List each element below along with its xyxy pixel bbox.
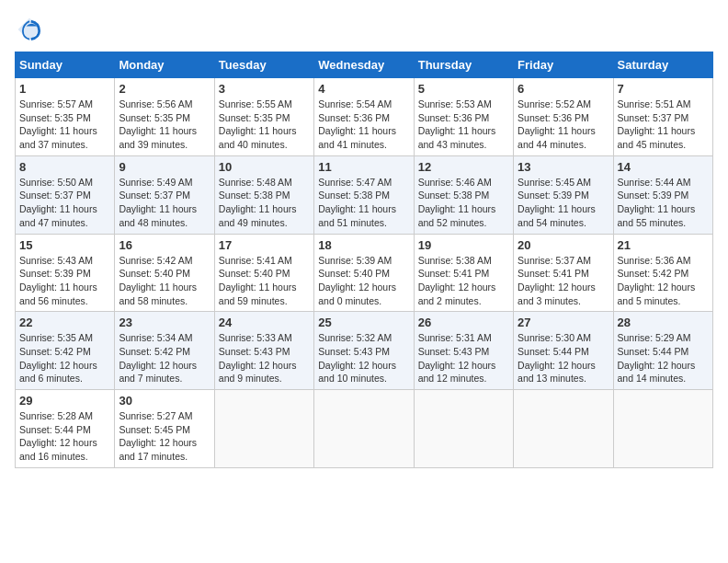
- day-info: Sunrise: 5:52 AM Sunset: 5:36 PM Dayligh…: [518, 98, 609, 152]
- logo-icon: [15, 15, 44, 44]
- calendar-cell: 25 Sunrise: 5:32 AM Sunset: 5:43 PM Dayl…: [314, 312, 414, 390]
- calendar-week-row: 22 Sunrise: 5:35 AM Sunset: 5:42 PM Dayl…: [16, 312, 713, 390]
- day-info: Sunrise: 5:53 AM Sunset: 5:36 PM Dayligh…: [418, 98, 509, 152]
- calendar-cell: [514, 390, 613, 468]
- day-number: 4: [318, 82, 409, 96]
- day-number: 21: [618, 238, 709, 252]
- calendar-cell: 14 Sunrise: 5:44 AM Sunset: 5:39 PM Dayl…: [613, 155, 712, 234]
- day-number: 7: [618, 82, 709, 96]
- calendar-cell: 9 Sunrise: 5:49 AM Sunset: 5:37 PM Dayli…: [115, 155, 214, 234]
- day-info: Sunrise: 5:45 AM Sunset: 5:39 PM Dayligh…: [518, 176, 609, 230]
- calendar-cell: 30 Sunrise: 5:27 AM Sunset: 5:45 PM Dayl…: [115, 390, 214, 468]
- day-number: 15: [19, 238, 110, 252]
- calendar-cell: 10 Sunrise: 5:48 AM Sunset: 5:38 PM Dayl…: [214, 155, 313, 234]
- col-header-wednesday: Wednesday: [314, 52, 414, 78]
- day-number: 19: [418, 238, 509, 252]
- calendar-cell: 21 Sunrise: 5:36 AM Sunset: 5:42 PM Dayl…: [613, 234, 712, 312]
- calendar-header-row: SundayMondayTuesdayWednesdayThursdayFrid…: [16, 52, 713, 78]
- calendar-cell: 28 Sunrise: 5:29 AM Sunset: 5:44 PM Dayl…: [613, 312, 712, 390]
- day-number: 10: [219, 160, 310, 174]
- day-number: 25: [318, 316, 409, 329]
- day-info: Sunrise: 5:36 AM Sunset: 5:42 PM Dayligh…: [618, 254, 709, 308]
- day-info: Sunrise: 5:38 AM Sunset: 5:41 PM Dayligh…: [418, 254, 509, 308]
- day-number: 8: [19, 160, 110, 174]
- calendar-cell: 4 Sunrise: 5:54 AM Sunset: 5:36 PM Dayli…: [314, 78, 414, 156]
- calendar-cell: 1 Sunrise: 5:57 AM Sunset: 5:35 PM Dayli…: [16, 78, 115, 156]
- day-info: Sunrise: 5:46 AM Sunset: 5:38 PM Dayligh…: [418, 176, 509, 230]
- calendar-cell: 5 Sunrise: 5:53 AM Sunset: 5:36 PM Dayli…: [414, 78, 513, 156]
- calendar-cell: 24 Sunrise: 5:33 AM Sunset: 5:43 PM Dayl…: [214, 312, 313, 390]
- day-number: 16: [119, 238, 210, 252]
- calendar-cell: 8 Sunrise: 5:50 AM Sunset: 5:37 PM Dayli…: [16, 155, 115, 234]
- calendar-cell: 15 Sunrise: 5:43 AM Sunset: 5:39 PM Dayl…: [16, 234, 115, 312]
- day-number: 27: [518, 316, 609, 329]
- calendar-week-row: 8 Sunrise: 5:50 AM Sunset: 5:37 PM Dayli…: [16, 155, 713, 234]
- day-number: 5: [418, 82, 509, 96]
- calendar-cell: 2 Sunrise: 5:56 AM Sunset: 5:35 PM Dayli…: [115, 78, 214, 156]
- day-number: 6: [518, 82, 609, 96]
- day-info: Sunrise: 5:39 AM Sunset: 5:40 PM Dayligh…: [318, 254, 409, 308]
- page-header: [15, 15, 713, 44]
- day-number: 22: [19, 316, 110, 329]
- day-info: Sunrise: 5:41 AM Sunset: 5:40 PM Dayligh…: [219, 254, 310, 308]
- day-info: Sunrise: 5:31 AM Sunset: 5:43 PM Dayligh…: [418, 331, 509, 385]
- day-number: 20: [518, 238, 609, 252]
- day-info: Sunrise: 5:55 AM Sunset: 5:35 PM Dayligh…: [219, 98, 310, 152]
- calendar-cell: 19 Sunrise: 5:38 AM Sunset: 5:41 PM Dayl…: [414, 234, 513, 312]
- calendar-cell: 3 Sunrise: 5:55 AM Sunset: 5:35 PM Dayli…: [214, 78, 313, 156]
- day-number: 14: [618, 160, 709, 174]
- col-header-friday: Friday: [514, 52, 613, 78]
- day-info: Sunrise: 5:47 AM Sunset: 5:38 PM Dayligh…: [318, 176, 409, 230]
- day-number: 24: [219, 316, 310, 329]
- day-info: Sunrise: 5:56 AM Sunset: 5:35 PM Dayligh…: [119, 98, 210, 152]
- day-number: 11: [318, 160, 409, 174]
- calendar-week-row: 29 Sunrise: 5:28 AM Sunset: 5:44 PM Dayl…: [16, 390, 713, 468]
- calendar-cell: 13 Sunrise: 5:45 AM Sunset: 5:39 PM Dayl…: [514, 155, 613, 234]
- calendar-cell: [314, 390, 414, 468]
- day-info: Sunrise: 5:28 AM Sunset: 5:44 PM Dayligh…: [19, 409, 110, 464]
- day-info: Sunrise: 5:37 AM Sunset: 5:41 PM Dayligh…: [518, 254, 609, 308]
- calendar-cell: 17 Sunrise: 5:41 AM Sunset: 5:40 PM Dayl…: [214, 234, 313, 312]
- calendar-cell: 23 Sunrise: 5:34 AM Sunset: 5:42 PM Dayl…: [115, 312, 214, 390]
- calendar-cell: 11 Sunrise: 5:47 AM Sunset: 5:38 PM Dayl…: [314, 155, 414, 234]
- day-info: Sunrise: 5:51 AM Sunset: 5:37 PM Dayligh…: [618, 98, 709, 152]
- day-info: Sunrise: 5:49 AM Sunset: 5:37 PM Dayligh…: [119, 176, 210, 230]
- col-header-monday: Monday: [115, 52, 214, 78]
- day-number: 30: [119, 394, 210, 408]
- col-header-thursday: Thursday: [414, 52, 513, 78]
- calendar-cell: 16 Sunrise: 5:42 AM Sunset: 5:40 PM Dayl…: [115, 234, 214, 312]
- day-number: 1: [19, 82, 110, 96]
- day-number: 9: [119, 160, 210, 174]
- day-info: Sunrise: 5:54 AM Sunset: 5:36 PM Dayligh…: [318, 98, 409, 152]
- day-info: Sunrise: 5:42 AM Sunset: 5:40 PM Dayligh…: [119, 254, 210, 308]
- day-info: Sunrise: 5:43 AM Sunset: 5:39 PM Dayligh…: [19, 254, 110, 308]
- day-number: 3: [219, 82, 310, 96]
- col-header-saturday: Saturday: [613, 52, 712, 78]
- day-info: Sunrise: 5:34 AM Sunset: 5:42 PM Dayligh…: [119, 331, 210, 385]
- day-number: 28: [618, 316, 709, 329]
- day-number: 12: [418, 160, 509, 174]
- day-info: Sunrise: 5:44 AM Sunset: 5:39 PM Dayligh…: [618, 176, 709, 230]
- day-info: Sunrise: 5:48 AM Sunset: 5:38 PM Dayligh…: [219, 176, 310, 230]
- calendar-week-row: 1 Sunrise: 5:57 AM Sunset: 5:35 PM Dayli…: [16, 78, 713, 156]
- calendar-cell: [613, 390, 712, 468]
- day-number: 2: [119, 82, 210, 96]
- day-info: Sunrise: 5:50 AM Sunset: 5:37 PM Dayligh…: [19, 176, 110, 230]
- day-info: Sunrise: 5:30 AM Sunset: 5:44 PM Dayligh…: [518, 331, 609, 385]
- day-info: Sunrise: 5:35 AM Sunset: 5:42 PM Dayligh…: [19, 331, 110, 385]
- logo: [15, 15, 48, 44]
- day-number: 26: [418, 316, 509, 329]
- calendar-week-row: 15 Sunrise: 5:43 AM Sunset: 5:39 PM Dayl…: [16, 234, 713, 312]
- calendar-cell: 22 Sunrise: 5:35 AM Sunset: 5:42 PM Dayl…: [16, 312, 115, 390]
- calendar-cell: 20 Sunrise: 5:37 AM Sunset: 5:41 PM Dayl…: [514, 234, 613, 312]
- calendar-cell: [214, 390, 313, 468]
- col-header-tuesday: Tuesday: [214, 52, 313, 78]
- day-info: Sunrise: 5:27 AM Sunset: 5:45 PM Dayligh…: [119, 409, 210, 464]
- calendar-cell: 12 Sunrise: 5:46 AM Sunset: 5:38 PM Dayl…: [414, 155, 513, 234]
- day-info: Sunrise: 5:32 AM Sunset: 5:43 PM Dayligh…: [318, 331, 409, 385]
- calendar-table: SundayMondayTuesdayWednesdayThursdayFrid…: [15, 52, 713, 468]
- col-header-sunday: Sunday: [16, 52, 115, 78]
- day-number: 18: [318, 238, 409, 252]
- day-info: Sunrise: 5:57 AM Sunset: 5:35 PM Dayligh…: [19, 98, 110, 152]
- day-info: Sunrise: 5:29 AM Sunset: 5:44 PM Dayligh…: [618, 331, 709, 385]
